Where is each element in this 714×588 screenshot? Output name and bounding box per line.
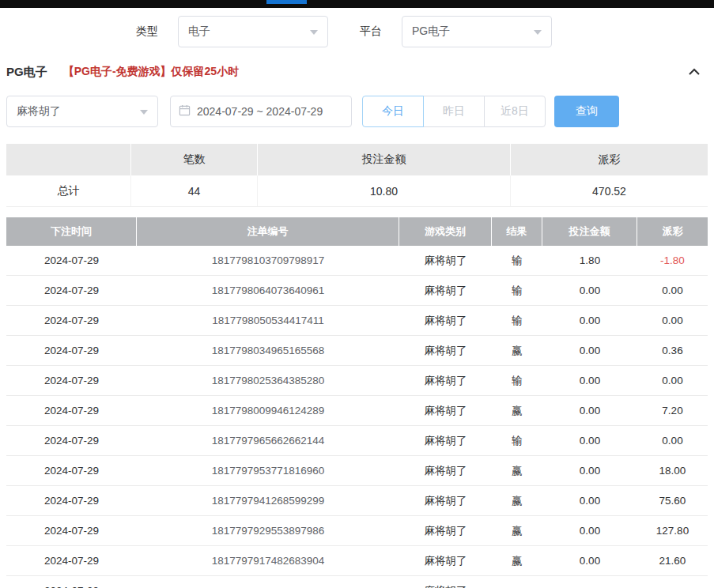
cell-result: 赢 <box>492 516 542 546</box>
table-row: 2024-07-29 1817797929553897986 麻将胡了 赢 0.… <box>6 516 708 546</box>
cell-bet: 0.00 <box>542 546 637 576</box>
header-result: 结果 <box>492 217 542 246</box>
cell-bet: 0.00 <box>542 516 637 546</box>
header-payout: 派彩 <box>637 217 708 246</box>
top-bar <box>0 0 714 8</box>
platform-select[interactable]: PG电子 <box>402 16 552 47</box>
chevron-up-icon <box>687 68 701 80</box>
cell-game: 麻将胡了 <box>399 456 492 486</box>
cell-payout: 0.00 <box>637 366 708 396</box>
quick-date-button-group: 今日 昨日 近8日 <box>362 96 546 127</box>
cell-payout: 0.00 <box>637 426 708 456</box>
header-game-type: 游戏类别 <box>399 217 492 246</box>
cell-result: 赢 <box>492 486 542 516</box>
summary-total-label: 总计 <box>6 175 131 207</box>
summary-bet-value: 10.80 <box>258 175 511 207</box>
cell-id: 1817798009946124289 <box>137 396 399 426</box>
section-title: PG电子 <box>6 65 47 80</box>
summary-payout-value: 470.52 <box>511 175 708 207</box>
cell-game: 麻将胡了 <box>399 366 492 396</box>
summary-header-empty <box>6 144 131 175</box>
today-button[interactable]: 今日 <box>362 96 424 127</box>
cell-id: 1817797929553897986 <box>137 516 399 546</box>
cell-result: 赢 <box>492 336 542 366</box>
cell-game: 麻将胡了 <box>399 306 492 336</box>
cell-id: 1817798064073640961 <box>137 276 399 306</box>
cell-result: 赢 <box>492 456 542 486</box>
cell-date: 2024-07-29 <box>6 366 137 396</box>
cell-bet: 0.00 <box>542 276 637 306</box>
table-row: 2024-07-29 1817798009946124289 麻将胡了 赢 0.… <box>6 396 708 426</box>
table-row: 2024-07-29 1817797917482683904 麻将胡了 赢 0.… <box>6 546 708 576</box>
table-row: 2024-07-29 麻将胡了 <box>6 576 708 588</box>
cell-bet: 0.00 <box>542 456 637 486</box>
summary-table: 笔数 投注金额 派彩 总计 44 10.80 470.52 <box>6 144 708 207</box>
summary-header-payout: 派彩 <box>511 144 708 175</box>
cell-result: 输 <box>492 366 542 396</box>
cell-id: 1817797965662662144 <box>137 426 399 456</box>
table-row: 2024-07-29 1817798034965165568 麻将胡了 赢 0.… <box>6 336 708 366</box>
cell-date: 2024-07-29 <box>6 246 137 276</box>
cell-result <box>492 576 542 588</box>
cell-payout: -1.80 <box>637 246 708 276</box>
header-bet-amount: 投注金额 <box>542 217 637 246</box>
summary-header-count: 笔数 <box>131 144 258 175</box>
game-select[interactable]: 麻将胡了 <box>6 96 158 127</box>
cell-result: 输 <box>492 276 542 306</box>
active-tab-indicator <box>266 0 307 4</box>
table-row: 2024-07-29 1817798050534417411 麻将胡了 输 0.… <box>6 306 708 336</box>
table-header-row: 下注时间 注单编号 游戏类别 结果 投注金额 派彩 <box>6 217 708 246</box>
calendar-icon <box>179 104 197 119</box>
chevron-down-icon <box>310 30 318 39</box>
filter-bar: 类型 电子 平台 PG电子 <box>0 8 714 47</box>
cell-game: 麻将胡了 <box>399 516 492 546</box>
cell-date: 2024-07-29 <box>6 546 137 576</box>
summary-header-bet: 投注金额 <box>258 144 511 175</box>
cell-result: 输 <box>492 426 542 456</box>
cell-result: 赢 <box>492 546 542 576</box>
query-toolbar: 麻将胡了 2024-07-29 ~ 2024-07-29 今日 昨日 近8日 查… <box>6 96 708 127</box>
cell-payout: 0.00 <box>637 306 708 336</box>
table-row: 2024-07-29 1817798064073640961 麻将胡了 输 0.… <box>6 276 708 306</box>
cell-payout: 127.80 <box>637 516 708 546</box>
cell-id: 1817798034965165568 <box>137 336 399 366</box>
cell-id: 1817798103709798917 <box>137 246 399 276</box>
chevron-down-icon <box>140 110 148 119</box>
chevron-down-icon <box>534 30 542 39</box>
header-bet-time: 下注时间 <box>6 217 137 246</box>
type-select[interactable]: 电子 <box>178 16 328 47</box>
table-row: 2024-07-29 1817797941268599299 麻将胡了 赢 0.… <box>6 486 708 516</box>
cell-date: 2024-07-29 <box>6 396 137 426</box>
cell-date: 2024-07-29 <box>6 336 137 366</box>
section-notice: 【PG电子-免费游戏】仅保留25小时 <box>63 65 239 79</box>
date-range-input[interactable]: 2024-07-29 ~ 2024-07-29 <box>170 96 352 127</box>
yesterday-button[interactable]: 昨日 <box>423 96 485 127</box>
cell-payout: 21.60 <box>637 546 708 576</box>
cell-bet: 0.00 <box>542 396 637 426</box>
summary-count-value: 44 <box>131 175 258 207</box>
cell-id: 1817797953771816960 <box>137 456 399 486</box>
cell-bet <box>542 576 637 588</box>
date-range-value: 2024-07-29 ~ 2024-07-29 <box>197 105 323 118</box>
cell-result: 输 <box>492 246 542 276</box>
search-button[interactable]: 查询 <box>554 96 619 127</box>
cell-id: 1817798025364385280 <box>137 366 399 396</box>
platform-label: 平台 <box>360 24 382 39</box>
cell-payout <box>637 576 708 588</box>
cell-id: 1817797941268599299 <box>137 486 399 516</box>
last-8-days-button[interactable]: 近8日 <box>484 96 546 127</box>
cell-game: 麻将胡了 <box>399 246 492 276</box>
cell-result: 赢 <box>492 396 542 426</box>
cell-bet: 0.00 <box>542 336 637 366</box>
cell-date: 2024-07-29 <box>6 306 137 336</box>
cell-payout: 75.60 <box>637 486 708 516</box>
cell-payout: 7.20 <box>637 396 708 426</box>
cell-id: 1817797917482683904 <box>137 546 399 576</box>
table-row: 2024-07-29 1817798103709798917 麻将胡了 输 1.… <box>6 246 708 276</box>
cell-result: 输 <box>492 306 542 336</box>
cell-id <box>137 576 399 588</box>
table-row: 2024-07-29 1817797965662662144 麻将胡了 输 0.… <box>6 426 708 456</box>
cell-date: 2024-07-29 <box>6 486 137 516</box>
collapse-button[interactable] <box>687 66 701 77</box>
table-body: 2024-07-29 1817798103709798917 麻将胡了 输 1.… <box>6 246 708 588</box>
